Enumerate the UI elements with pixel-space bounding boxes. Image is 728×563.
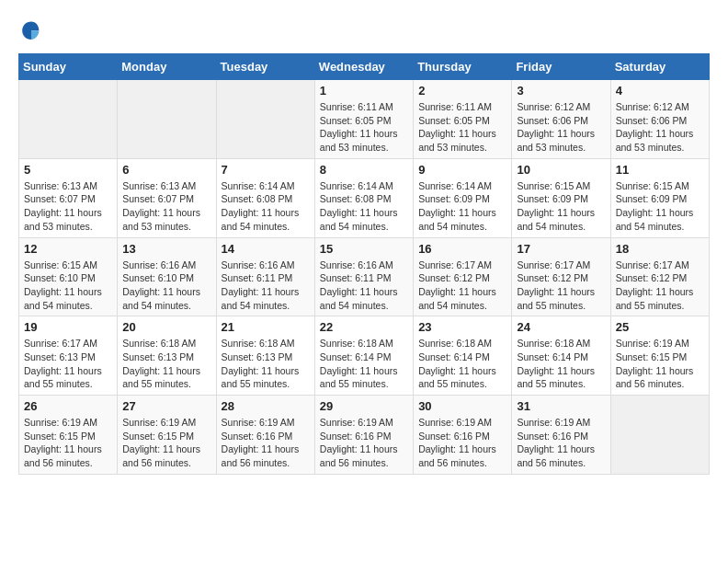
day-header-tuesday: Tuesday	[216, 54, 314, 80]
page-header	[18, 18, 710, 44]
calendar-cell	[19, 80, 118, 159]
calendar-cell: 19Sunrise: 6:17 AMSunset: 6:13 PMDayligh…	[19, 316, 118, 396]
day-number: 9	[418, 163, 506, 177]
calendar-cell: 24Sunrise: 6:18 AMSunset: 6:14 PMDayligh…	[512, 316, 610, 396]
calendar-cell: 7Sunrise: 6:14 AMSunset: 6:08 PMDaylight…	[216, 158, 314, 237]
day-number: 3	[517, 84, 605, 98]
day-info: Sunrise: 6:13 AMSunset: 6:07 PMDaylight:…	[122, 179, 210, 234]
day-info: Sunrise: 6:18 AMSunset: 6:14 PMDaylight:…	[418, 337, 506, 391]
day-info: Sunrise: 6:19 AMSunset: 6:15 PMDaylight:…	[24, 416, 112, 470]
logo	[18, 18, 48, 44]
calendar-cell	[216, 80, 314, 159]
day-info: Sunrise: 6:14 AMSunset: 6:08 PMDaylight:…	[320, 179, 408, 234]
calendar-cell: 15Sunrise: 6:16 AMSunset: 6:11 PMDayligh…	[314, 237, 413, 316]
day-number: 24	[517, 320, 605, 334]
day-number: 20	[122, 320, 210, 334]
day-number: 18	[616, 242, 704, 256]
day-number: 1	[320, 84, 408, 98]
day-header-wednesday: Wednesday	[314, 54, 413, 80]
day-header-monday: Monday	[118, 54, 216, 80]
calendar-cell: 2Sunrise: 6:11 AMSunset: 6:05 PMDaylight…	[414, 80, 512, 159]
day-number: 2	[418, 84, 506, 98]
day-number: 31	[517, 399, 605, 413]
day-info: Sunrise: 6:19 AMSunset: 6:16 PMDaylight:…	[320, 416, 408, 470]
calendar-cell: 21Sunrise: 6:18 AMSunset: 6:13 PMDayligh…	[216, 316, 314, 396]
day-info: Sunrise: 6:17 AMSunset: 6:12 PMDaylight:…	[616, 259, 704, 313]
day-info: Sunrise: 6:14 AMSunset: 6:08 PMDaylight:…	[222, 179, 310, 234]
day-number: 10	[517, 163, 605, 177]
calendar-cell: 4Sunrise: 6:12 AMSunset: 6:06 PMDaylight…	[610, 80, 709, 159]
day-number: 4	[616, 84, 704, 98]
day-header-sunday: Sunday	[19, 54, 118, 80]
calendar-cell: 14Sunrise: 6:16 AMSunset: 6:11 PMDayligh…	[216, 237, 314, 316]
day-header-saturday: Saturday	[610, 54, 709, 80]
day-number: 7	[222, 163, 310, 177]
calendar-cell: 5Sunrise: 6:13 AMSunset: 6:07 PMDaylight…	[19, 158, 118, 237]
calendar-cell: 23Sunrise: 6:18 AMSunset: 6:14 PMDayligh…	[414, 316, 512, 396]
day-number: 26	[24, 399, 112, 413]
day-number: 8	[320, 163, 408, 177]
day-number: 11	[616, 163, 704, 177]
day-number: 25	[616, 320, 704, 334]
calendar-cell: 28Sunrise: 6:19 AMSunset: 6:16 PMDayligh…	[216, 396, 314, 475]
calendar-table: SundayMondayTuesdayWednesdayThursdayFrid…	[18, 53, 710, 475]
day-info: Sunrise: 6:16 AMSunset: 6:11 PMDaylight:…	[222, 259, 310, 313]
calendar-cell: 6Sunrise: 6:13 AMSunset: 6:07 PMDaylight…	[118, 158, 216, 237]
day-info: Sunrise: 6:12 AMSunset: 6:06 PMDaylight:…	[517, 100, 605, 155]
week-row-4: 19Sunrise: 6:17 AMSunset: 6:13 PMDayligh…	[19, 316, 710, 396]
day-info: Sunrise: 6:12 AMSunset: 6:06 PMDaylight:…	[616, 100, 704, 155]
week-row-5: 26Sunrise: 6:19 AMSunset: 6:15 PMDayligh…	[19, 396, 710, 475]
day-info: Sunrise: 6:19 AMSunset: 6:16 PMDaylight:…	[517, 416, 605, 470]
calendar-cell: 30Sunrise: 6:19 AMSunset: 6:16 PMDayligh…	[414, 396, 512, 475]
day-number: 12	[24, 242, 112, 256]
calendar-cell: 20Sunrise: 6:18 AMSunset: 6:13 PMDayligh…	[118, 316, 216, 396]
calendar-cell: 27Sunrise: 6:19 AMSunset: 6:15 PMDayligh…	[118, 396, 216, 475]
calendar-cell: 18Sunrise: 6:17 AMSunset: 6:12 PMDayligh…	[610, 237, 709, 316]
calendar-cell: 8Sunrise: 6:14 AMSunset: 6:08 PMDaylight…	[314, 158, 413, 237]
day-number: 22	[320, 320, 408, 334]
day-info: Sunrise: 6:17 AMSunset: 6:12 PMDaylight:…	[418, 259, 506, 313]
day-info: Sunrise: 6:18 AMSunset: 6:13 PMDaylight:…	[222, 337, 310, 391]
day-info: Sunrise: 6:11 AMSunset: 6:05 PMDaylight:…	[320, 100, 408, 155]
day-number: 14	[222, 242, 310, 256]
logo-icon	[18, 18, 44, 44]
calendar-cell: 3Sunrise: 6:12 AMSunset: 6:06 PMDaylight…	[512, 80, 610, 159]
day-number: 6	[122, 163, 210, 177]
calendar-cell: 12Sunrise: 6:15 AMSunset: 6:10 PMDayligh…	[19, 237, 118, 316]
day-info: Sunrise: 6:19 AMSunset: 6:15 PMDaylight:…	[616, 337, 704, 391]
calendar-cell: 9Sunrise: 6:14 AMSunset: 6:09 PMDaylight…	[414, 158, 512, 237]
calendar-cell: 25Sunrise: 6:19 AMSunset: 6:15 PMDayligh…	[610, 316, 709, 396]
day-number: 15	[320, 242, 408, 256]
day-info: Sunrise: 6:18 AMSunset: 6:14 PMDaylight:…	[517, 337, 605, 391]
day-number: 5	[24, 163, 112, 177]
calendar-cell: 31Sunrise: 6:19 AMSunset: 6:16 PMDayligh…	[512, 396, 610, 475]
calendar-cell: 1Sunrise: 6:11 AMSunset: 6:05 PMDaylight…	[314, 80, 413, 159]
day-number: 30	[418, 399, 506, 413]
calendar-cell: 29Sunrise: 6:19 AMSunset: 6:16 PMDayligh…	[314, 396, 413, 475]
day-info: Sunrise: 6:14 AMSunset: 6:09 PMDaylight:…	[418, 179, 506, 234]
calendar-cell	[610, 396, 709, 475]
week-row-3: 12Sunrise: 6:15 AMSunset: 6:10 PMDayligh…	[19, 237, 710, 316]
day-number: 29	[320, 399, 408, 413]
calendar-cell: 10Sunrise: 6:15 AMSunset: 6:09 PMDayligh…	[512, 158, 610, 237]
day-info: Sunrise: 6:17 AMSunset: 6:13 PMDaylight:…	[24, 337, 112, 391]
day-info: Sunrise: 6:16 AMSunset: 6:11 PMDaylight:…	[320, 259, 408, 313]
day-info: Sunrise: 6:16 AMSunset: 6:10 PMDaylight:…	[122, 259, 210, 313]
calendar-cell: 26Sunrise: 6:19 AMSunset: 6:15 PMDayligh…	[19, 396, 118, 475]
day-number: 28	[222, 399, 310, 413]
day-header-thursday: Thursday	[414, 54, 512, 80]
calendar-cell: 22Sunrise: 6:18 AMSunset: 6:14 PMDayligh…	[314, 316, 413, 396]
day-number: 19	[24, 320, 112, 334]
day-number: 27	[122, 399, 210, 413]
day-number: 21	[222, 320, 310, 334]
day-number: 13	[122, 242, 210, 256]
calendar-cell	[118, 80, 216, 159]
day-info: Sunrise: 6:11 AMSunset: 6:05 PMDaylight:…	[418, 100, 506, 155]
day-info: Sunrise: 6:17 AMSunset: 6:12 PMDaylight:…	[517, 259, 605, 313]
calendar-cell: 17Sunrise: 6:17 AMSunset: 6:12 PMDayligh…	[512, 237, 610, 316]
days-header-row: SundayMondayTuesdayWednesdayThursdayFrid…	[19, 54, 710, 80]
day-info: Sunrise: 6:15 AMSunset: 6:09 PMDaylight:…	[517, 179, 605, 234]
day-info: Sunrise: 6:15 AMSunset: 6:10 PMDaylight:…	[24, 259, 112, 313]
calendar-cell: 16Sunrise: 6:17 AMSunset: 6:12 PMDayligh…	[414, 237, 512, 316]
day-number: 23	[418, 320, 506, 334]
